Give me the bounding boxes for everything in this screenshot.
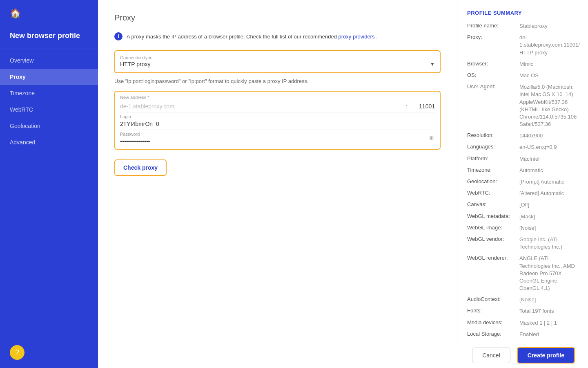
content-area: Proxy i A proxy masks the IP address of … [98,0,588,342]
summary-key: Canvas: [467,201,516,209]
sidebar-item-webrtc[interactable]: WebRTC [0,101,98,118]
summary-row: Fonts: Total 197 fonts [467,307,578,315]
summary-key: Media devices: [467,319,516,327]
summary-key: Profile name: [467,22,516,30]
summary-key: AudioContext: [467,296,516,303]
password-label: Password [120,132,435,137]
summary-value: [Altered] Automatic [519,190,578,197]
summary-row: Platform: MacIntel [467,155,578,163]
summary-value: Stableproxy [519,22,578,30]
summary-row: Languages: en-US,en;q=0.9 [467,144,578,151]
summary-value: MacIntel [519,155,578,163]
check-proxy-button[interactable]: Check proxy [114,159,167,176]
sidebar-item-proxy[interactable]: Proxy [0,69,98,85]
summary-row: Local Storage: Enabled [467,331,578,338]
summary-key: WebGL renderer: [467,255,516,292]
summary-key: Browser: [467,61,516,68]
summary-value: Automatic [519,167,578,174]
sidebar-title: New browser profile [10,31,88,40]
select-arrow-icon: ▼ [430,61,435,67]
info-banner: i A proxy masks the IP address of a brow… [114,32,441,40]
summary-value: Mozilla/5.0 (Macintosh; Intel Mac OS X 1… [519,83,578,128]
sidebar-item-overview[interactable]: Overview [0,52,98,69]
footer: Cancel Create profile [98,342,588,368]
summary-row: WebRTC: [Altered] Automatic [467,190,578,197]
summary-row: Media devices: Masked 1 | 2 | 1 [467,319,578,327]
summary-title: PROFILE SUMMARY [467,10,578,16]
summary-key: Resolution: [467,132,516,139]
summary-rows: Profile name: Stableproxy Proxy: de-1.st… [467,22,578,342]
form-section: Proxy i A proxy masks the IP address of … [98,0,457,342]
summary-key: WebRTC: [467,190,516,197]
summary-value: Total 197 fonts [519,307,578,315]
connection-type-label: Connection type [120,55,435,60]
summary-key: Geolocation: [467,178,516,186]
summary-key: Platform: [467,155,516,163]
summary-value: [Mask] [519,213,578,220]
summary-row: Resolution: 588x368 [467,132,578,139]
summary-row: AudioContext: [Noise] [467,296,578,303]
summary-key: Proxy: [467,34,516,56]
summary-value: Masked 1 | 2 | 1 [519,319,578,327]
support-icon[interactable]: ? [10,345,24,360]
proxy-fields-group: New address * : Login [114,91,441,150]
summary-key: Timezone: [467,167,516,174]
connection-type-select[interactable]: Connection type HTTP proxy ▼ [115,53,440,71]
login-label: Login [120,114,435,119]
password-toggle-icon[interactable]: 👁 [428,135,435,142]
info-text: A proxy masks the IP address of a browse… [127,34,378,40]
address-input-row: : [115,101,440,112]
address-label: New address * [120,95,435,100]
summary-row: OS: Mac OS [467,72,578,79]
info-icon: i [114,32,122,40]
summary-key: WebGL metadata: [467,213,516,220]
login-input[interactable] [120,120,435,128]
home-icon: 🏠 [10,8,21,19]
summary-value: [Noise] [519,296,578,303]
sidebar-item-timezone[interactable]: Timezone [0,85,98,101]
password-input[interactable] [120,137,435,146]
summary-value: [Prompt] Automatic [519,178,578,186]
summary-row: User-Agent: Mozilla/5.0 (Macintosh; Inte… [467,83,578,128]
summary-key: User-Agent: [467,83,516,128]
login-row: Login [115,112,440,130]
summary-value: [Noise] [519,224,578,232]
summary-key: WebGL image: [467,224,516,232]
summary-key: Fonts: [467,307,516,315]
sidebar: 🏠 New browser profile Overview Proxy Tim… [0,0,98,368]
page-title: Proxy [114,13,441,22]
cancel-button[interactable]: Cancel [472,348,510,363]
create-profile-button[interactable]: Create profile [517,347,575,364]
summary-value: Mimic [519,61,578,68]
connection-type-value[interactable]: HTTP proxy ▼ [120,60,435,68]
summary-row: WebGL renderer: ANGLE (ATI Technologies … [467,255,578,292]
sidebar-support: ? [0,337,98,368]
proxy-providers-link[interactable]: proxy providers [339,34,375,40]
format-hint: Use "ip:port:login:password" or "ip:port… [114,78,441,84]
summary-row: WebGL vendor: Google Inc. (ATI Technolog… [467,236,578,251]
sidebar-home[interactable]: 🏠 [0,0,98,27]
address-port-input[interactable] [410,103,435,110]
summary-value: [Off] [519,201,578,209]
summary-row: WebGL image: [Noise] [467,224,578,232]
summary-key: OS: [467,72,516,79]
summary-key: WebGL vendor: [467,236,516,251]
connection-type-group: Connection type HTTP proxy ▼ [114,50,441,73]
summary-value: Google Inc. (ATI Technologies Inc.) [519,236,578,251]
address-colon: : [405,103,407,110]
summary-row: Geolocation: [Prompt] Automatic [467,178,578,186]
sidebar-item-geolocation[interactable]: Geolocation [0,118,98,134]
summary-row: Profile name: Stableproxy [467,22,578,30]
address-row: New address * : [115,93,440,112]
summary-key: Languages: [467,144,516,151]
sidebar-title-section: New browser profile [0,27,98,49]
sidebar-nav: Overview Proxy Timezone WebRTC Geolocati… [0,49,98,337]
summary-value: ANGLE (ATI Technologies Inc., AMD Radeon… [519,255,578,292]
summary-row: WebGL metadata: [Mask] [467,213,578,220]
sidebar-item-advanced[interactable]: Advanced [0,134,98,150]
summary-value: Enabled [519,331,578,338]
summary-key: Local Storage: [467,331,516,338]
address-host-input[interactable] [120,103,402,110]
password-row: Password 👁 [115,130,440,147]
summary-panel: PROFILE SUMMARY Profile name: Stableprox… [457,0,588,342]
